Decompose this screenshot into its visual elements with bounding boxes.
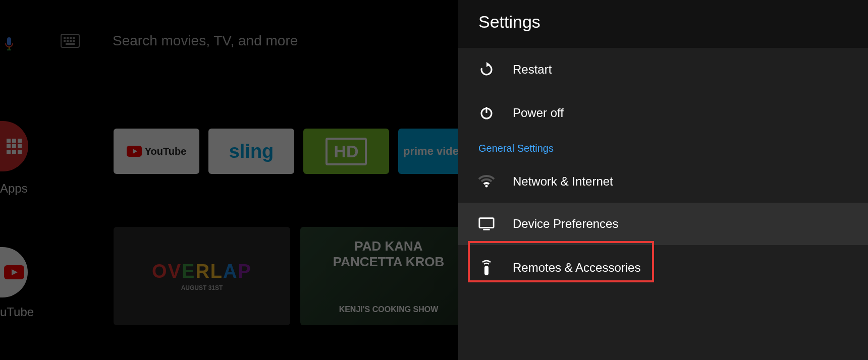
svg-rect-5 xyxy=(67,37,69,39)
svg-rect-19 xyxy=(7,150,11,154)
app-card-prime[interactable]: prime vide xyxy=(398,129,464,174)
kenji-line2: PANCETTA KROB xyxy=(333,254,445,270)
wifi-icon xyxy=(478,175,495,188)
settings-item-label: Restart xyxy=(513,63,552,77)
svg-rect-6 xyxy=(70,37,72,39)
svg-rect-4 xyxy=(64,37,66,39)
youtube-tile[interactable] xyxy=(0,247,28,297)
svg-rect-21 xyxy=(18,150,22,154)
svg-rect-10 xyxy=(70,40,72,42)
settings-item-label: Remotes & Accessories xyxy=(513,261,640,275)
youtube-icon xyxy=(4,265,24,279)
content-card-kenji[interactable]: PAD KANA PANCETTA KROB KENJI'S COOKING S… xyxy=(300,227,477,325)
settings-item-network[interactable]: Network & Internet xyxy=(458,160,868,203)
settings-section-general: General Settings xyxy=(458,135,868,160)
svg-rect-12 xyxy=(66,43,75,45)
svg-rect-18 xyxy=(18,144,22,148)
settings-item-label: Device Preferences xyxy=(513,217,618,231)
youtube-icon xyxy=(127,146,142,157)
keyboard-icon xyxy=(61,34,80,48)
content-row: OVERLAP AUGUST 31ST PAD KANA PANCETTA KR… xyxy=(114,227,477,325)
svg-rect-16 xyxy=(7,144,11,148)
app-card-youtube[interactable]: YouTube xyxy=(114,129,199,174)
settings-item-label: Power off xyxy=(513,106,564,120)
app-card-hd[interactable]: HD xyxy=(303,129,389,174)
apps-row-label: Apps xyxy=(0,182,28,196)
settings-title: Settings xyxy=(458,0,868,48)
settings-item-remotes[interactable]: Remotes & Accessories xyxy=(458,245,868,290)
app-card-label: YouTube xyxy=(145,146,187,157)
svg-rect-20 xyxy=(12,150,16,154)
settings-item-device-preferences[interactable]: Device Preferences xyxy=(458,203,868,245)
svg-rect-9 xyxy=(67,40,69,42)
svg-rect-14 xyxy=(12,139,16,143)
restart-icon xyxy=(478,62,495,77)
search-placeholder: Search movies, TV, and more xyxy=(113,33,298,49)
apps-grid-icon xyxy=(6,138,23,155)
content-card-overlap[interactable]: OVERLAP AUGUST 31ST xyxy=(114,227,290,325)
svg-rect-8 xyxy=(64,40,66,42)
mic-icon[interactable] xyxy=(4,36,14,51)
app-card-label: HD xyxy=(326,138,366,165)
kenji-line3: KENJI'S COOKING SHOW xyxy=(339,305,439,314)
youtube-row-label: uTube xyxy=(0,305,34,319)
apps-tile[interactable] xyxy=(0,121,28,171)
svg-rect-7 xyxy=(73,37,75,39)
svg-rect-30 xyxy=(479,218,494,228)
settings-panel: Settings Restart Power off General Setti… xyxy=(458,0,868,360)
app-card-sling[interactable]: sling xyxy=(208,129,294,174)
settings-item-restart[interactable]: Restart xyxy=(458,48,868,91)
power-icon xyxy=(478,105,495,121)
settings-item-label: Network & Internet xyxy=(513,174,613,189)
remote-icon xyxy=(478,259,495,276)
search-bar[interactable]: Search movies, TV, and more xyxy=(61,33,298,49)
overlap-title: OVERLAP xyxy=(152,261,252,282)
kenji-line1: PAD KANA xyxy=(354,238,422,254)
svg-rect-0 xyxy=(7,37,11,45)
svg-rect-17 xyxy=(12,144,16,148)
overlap-subtitle: AUGUST 31ST xyxy=(181,284,223,291)
svg-rect-32 xyxy=(484,266,489,275)
svg-point-29 xyxy=(485,185,488,188)
svg-rect-15 xyxy=(18,139,22,143)
settings-item-poweroff[interactable]: Power off xyxy=(458,91,868,135)
tv-icon xyxy=(478,217,495,231)
apps-row: YouTube sling HD prime vide xyxy=(114,129,464,174)
app-card-label: prime vide xyxy=(403,145,459,158)
app-card-label: sling xyxy=(229,141,274,162)
svg-rect-13 xyxy=(7,139,11,143)
svg-rect-11 xyxy=(73,40,75,42)
